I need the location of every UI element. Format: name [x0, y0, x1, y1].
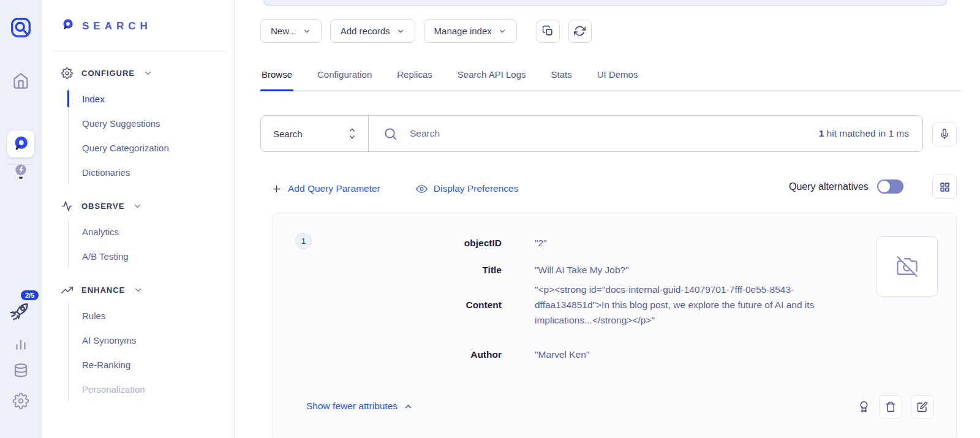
section-observe: OBSERVE Analytics A/B Testing [61, 200, 234, 268]
tab-stats[interactable]: Stats [550, 63, 573, 90]
recommend-product-icon[interactable] [12, 162, 29, 183]
field-label: objectID [273, 238, 502, 249]
settings-gear-icon[interactable] [12, 393, 29, 409]
field-value: "<p><strong id="docs-internal-guid-14079… [535, 282, 865, 328]
plus-icon [271, 184, 282, 194]
add-records-label: Add records [341, 26, 390, 36]
collapsed-panel-edge [263, 0, 947, 6]
sidebar-item-personalization[interactable]: Personalization [69, 377, 234, 401]
index-toolbar: New... Add records Manage index [260, 19, 592, 43]
chevron-down-icon [396, 27, 405, 36]
sidebar-divider [53, 51, 226, 51]
hits-summary: 1 hit matched in 1 ms [819, 128, 922, 139]
home-icon[interactable] [12, 72, 29, 89]
section-configure: CONFIGURE Index Query Suggestions Query … [61, 67, 234, 184]
manage-index-button[interactable]: Manage index [424, 19, 517, 43]
new-index-button[interactable]: New... [260, 19, 322, 43]
tab-replicas[interactable]: Replicas [396, 63, 434, 90]
delete-record-button[interactable] [879, 395, 902, 418]
search-input[interactable] [410, 128, 807, 139]
show-fewer-attributes-link[interactable]: Show fewer attributes [306, 401, 413, 412]
field-label: Author [273, 349, 502, 360]
field-row-author: Author "Marvel Ken" [273, 347, 589, 362]
tab-browse[interactable]: Browse [260, 63, 293, 90]
search-product-icon[interactable] [7, 130, 34, 157]
section-enhance: ENHANCE Rules AI Synonyms Re-Ranking Per… [61, 284, 234, 401]
eye-icon [416, 183, 428, 195]
add-query-parameter-link[interactable]: Add Query Parameter [271, 183, 380, 194]
add-records-button[interactable]: Add records [330, 19, 415, 43]
sidebar-item-query-suggestions[interactable]: Query Suggestions [69, 111, 234, 135]
index-tabs: Browse Configuration Replicas Search API… [260, 63, 962, 91]
sidebar-title-text: SEARCH [82, 20, 152, 32]
field-label: Title [273, 265, 502, 276]
award-icon[interactable] [858, 400, 870, 414]
section-enhance-header[interactable]: ENHANCE [61, 284, 234, 296]
edit-icon [917, 401, 928, 412]
algolia-logo-icon[interactable] [9, 16, 32, 39]
bar-chart-icon[interactable] [13, 336, 29, 352]
field-row-content: Content "<p><strong id="docs-internal-gu… [273, 282, 865, 328]
usage-badge: 2/5 [21, 290, 39, 300]
copy-index-button[interactable] [537, 20, 560, 43]
layout-grid-button[interactable] [932, 175, 957, 199]
sidebar-item-re-ranking[interactable]: Re-Ranking [69, 352, 234, 377]
chevron-down-icon [303, 27, 311, 36]
trending-up-icon [61, 284, 73, 296]
product-rail: 2/5 [0, 0, 42, 438]
copy-icon [542, 25, 554, 37]
query-alternatives-group: Query alternatives [789, 179, 903, 194]
section-configure-label: CONFIGURE [81, 69, 135, 78]
section-observe-label: OBSERVE [81, 202, 124, 211]
search-title-icon [61, 18, 74, 34]
sidebar-title: SEARCH [61, 18, 234, 34]
hit-card: 1 objectID "2" Title "Will AI Take My Jo… [273, 213, 957, 438]
sidebar-item-rules[interactable]: Rules [69, 303, 234, 328]
gear-icon [61, 67, 73, 79]
trash-icon [885, 401, 896, 412]
show-fewer-label: Show fewer attributes [306, 401, 398, 412]
query-alternatives-label: Query alternatives [789, 181, 869, 192]
database-icon[interactable] [12, 363, 29, 379]
tab-ui-demos[interactable]: UI Demos [596, 63, 639, 90]
field-value: "Will AI Take My Job?" [535, 262, 629, 278]
tab-configuration[interactable]: Configuration [316, 63, 373, 90]
chevron-down-icon [134, 285, 143, 295]
search-icon [383, 127, 398, 141]
refresh-icon [574, 25, 586, 37]
refresh-button[interactable] [568, 20, 592, 43]
field-label: Content [273, 300, 502, 311]
sidebar-item-ai-synonyms[interactable]: AI Synonyms [69, 328, 234, 352]
field-value: "Marvel Ken" [535, 347, 589, 362]
query-alternatives-toggle[interactable] [877, 179, 903, 194]
field-row-title: Title "Will AI Take My Job?" [273, 262, 629, 278]
tab-search-api-logs[interactable]: Search API Logs [456, 63, 527, 90]
sidebar-item-dictionaries[interactable]: Dictionaries [69, 160, 234, 184]
grid-icon [940, 182, 950, 192]
section-observe-header[interactable]: OBSERVE [61, 200, 234, 212]
chevron-down-icon [498, 27, 507, 36]
field-row-objectid: objectID "2" [273, 235, 547, 251]
display-preferences-label: Display Preferences [434, 183, 519, 194]
voice-search-button[interactable] [932, 122, 957, 146]
search-mode-select[interactable]: Search [261, 116, 369, 151]
chevron-down-icon [143, 69, 153, 78]
sidebar-item-ab-testing[interactable]: A/B Testing [69, 244, 234, 268]
display-preferences-link[interactable]: Display Preferences [416, 183, 519, 195]
new-button-label: New... [271, 26, 296, 36]
chevron-up-icon [404, 402, 413, 411]
sidebar-item-query-categorization[interactable]: Query Categorization [69, 135, 234, 160]
query-options-row: Add Query Parameter Display Preferences [271, 181, 518, 196]
edit-record-button[interactable] [911, 395, 934, 418]
field-value: "2" [535, 235, 547, 251]
search-sidebar: SEARCH CONFIGURE Index Query Suggestions [42, 0, 235, 438]
manage-index-label: Manage index [434, 26, 492, 36]
search-bar: Search 1 hit matched in 1 ms [260, 115, 923, 152]
sidebar-item-index[interactable]: Index [69, 86, 234, 111]
section-configure-header[interactable]: CONFIGURE [61, 67, 234, 79]
rocket-icon[interactable] [9, 298, 32, 323]
sidebar-item-analytics[interactable]: Analytics [69, 219, 234, 244]
camera-off-icon [897, 256, 918, 277]
chevron-down-icon [133, 202, 142, 211]
algolia-dashboard: 2/5 [0, 0, 980, 438]
